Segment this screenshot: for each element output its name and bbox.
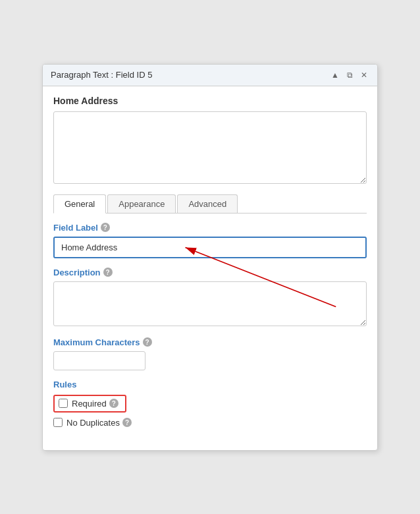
required-checkbox[interactable] [59,399,68,408]
rules-group: Rules Required ? No Duplicates [53,380,367,428]
close-icon[interactable]: ✕ [359,70,369,80]
description-help-icon[interactable]: ? [103,268,113,277]
preview-label: Home Address [53,96,367,106]
tab-advanced[interactable]: Advanced [177,194,238,213]
tab-content-general: Field Label ? Description ? Maximum Char… [53,214,367,441]
field-label-group: Field Label ? [53,223,367,258]
description-input[interactable] [53,281,367,326]
tab-appearance[interactable]: Appearance [107,194,176,213]
rules-label: Rules [53,380,367,389]
required-help-icon[interactable]: ? [109,399,118,408]
max-chars-help-icon[interactable]: ? [143,337,152,347]
field-preview: Home Address [53,96,367,184]
copy-icon[interactable]: ⧉ [344,70,355,80]
no-duplicates-checkbox[interactable] [53,418,63,427]
max-chars-input[interactable] [53,351,145,370]
field-editor-panel: Paragraph Text : Field ID 5 ▲ ⧉ ✕ Home A… [42,64,378,451]
no-duplicates-help-icon[interactable]: ? [122,418,132,427]
panel-body: Home Address General Appearance Advanced… [43,86,377,450]
field-label-label: Field Label ? [53,223,367,233]
field-label-input[interactable] [53,237,367,258]
no-duplicates-row: No Duplicates ? [53,418,367,428]
preview-textarea[interactable] [53,111,367,184]
max-chars-group: Maximum Characters ? [53,337,367,370]
no-duplicates-label: No Duplicates ? [66,418,132,428]
tab-general[interactable]: General [53,194,106,214]
description-group: Description ? [53,268,367,328]
panel-header: Paragraph Text : Field ID 5 ▲ ⧉ ✕ [43,65,377,86]
header-icons: ▲ ⧉ ✕ [330,70,369,80]
minimize-icon[interactable]: ▲ [330,70,340,80]
panel-title: Paragraph Text : Field ID 5 [51,70,152,80]
field-label-help-icon[interactable]: ? [101,223,110,232]
max-chars-label: Maximum Characters ? [53,337,367,347]
description-label: Description ? [53,268,367,277]
required-box: Required ? [53,395,126,413]
required-label: Required ? [72,399,118,409]
tabs-container: General Appearance Advanced [53,194,367,214]
required-row: Required ? [53,395,367,413]
